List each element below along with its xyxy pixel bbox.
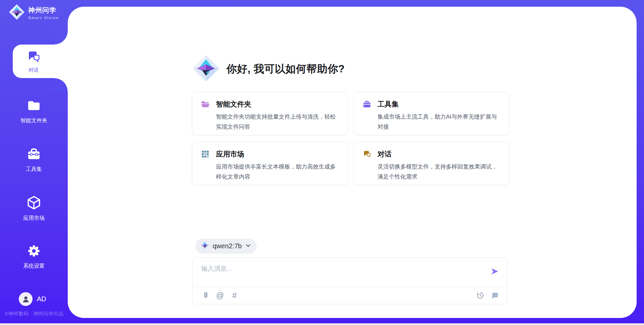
model-logo-icon: [200, 241, 209, 251]
sidebar: 神州问学 Smart Vision 对话 智能文件夹: [0, 0, 68, 325]
feedback-bubble-icon[interactable]: [490, 291, 499, 300]
card-app-market[interactable]: 应用市场 应用市场提供丰富长文本模板，助力高效生成多样化文章内容: [192, 142, 348, 185]
greeting-block: 你好, 我可以如何帮助你?: [192, 55, 345, 83]
active-tab-fillet-bottom: [54, 78, 68, 91]
model-selector[interactable]: qwen2:7b: [196, 239, 257, 254]
user-initials: AD: [37, 295, 46, 303]
sidebar-item-apps[interactable]: 应用市场: [0, 195, 68, 222]
history-icon[interactable]: [476, 291, 485, 300]
card-toolset[interactable]: 工具集 集成市场上主流工具，助力AI与外界无缝扩展与对接: [354, 92, 509, 135]
sidebar-item-tools[interactable]: 工具集: [0, 147, 68, 173]
chevron-down-icon: [245, 243, 251, 250]
folder-open-icon: [201, 100, 210, 135]
card-title: 应用市场: [216, 149, 339, 159]
sidebar-item-chat-label: 对话: [29, 67, 39, 73]
card-title: 工具集: [378, 100, 501, 109]
assistant-logo-icon: [192, 55, 220, 83]
greeting-title: 你好, 我可以如何帮助你?: [226, 62, 345, 76]
attachment-icon[interactable]: [201, 291, 210, 300]
composer-toolbar: @ #: [201, 287, 499, 304]
sidebar-item-apps-label: 应用市场: [23, 215, 45, 222]
horizontal-scrollbar[interactable]: [0, 323, 644, 325]
active-tab-fillet-top: [54, 31, 68, 45]
card-smart-folder[interactable]: 智能文件夹 智能文件夹功能支持批量文件上传与清洗，轻松实现文件问答: [192, 92, 348, 135]
message-composer: @ #: [192, 257, 507, 304]
toolbox-icon: [363, 100, 371, 135]
cube-icon: [26, 195, 42, 212]
card-description: 应用市场提供丰富长文本模板，助力高效生成多样化文章内容: [216, 162, 339, 182]
brand-subtitle: Smart Vision: [28, 16, 59, 20]
gear-icon: [26, 244, 41, 260]
mention-icon[interactable]: @: [216, 291, 224, 300]
sidebar-item-settings-label: 系统设置: [23, 263, 45, 270]
chat-bubbles-icon: [363, 150, 371, 185]
card-description: 集成市场上主流工具，助力AI与外界无缝扩展与对接: [378, 112, 501, 132]
feature-cards: 智能文件夹 智能文件夹功能支持批量文件上传与清洗，轻松实现文件问答 工具集 集成…: [192, 92, 509, 185]
card-title: 对话: [378, 149, 501, 159]
sidebar-item-folders-label: 智能文件夹: [20, 117, 47, 124]
grid-icon: [201, 150, 210, 185]
avatar: [19, 292, 33, 306]
chat-bubbles-icon: [26, 50, 41, 65]
folder-icon: [26, 98, 41, 114]
hashtag-icon[interactable]: #: [230, 291, 239, 300]
send-icon[interactable]: [490, 267, 499, 276]
brand-logo-icon: [9, 4, 25, 21]
card-chat[interactable]: 对话 灵活切换多模型文件，支持多样回复效果调试，满足个性化需求: [354, 142, 509, 185]
sidebar-footer: ©神州数码 · 神州问学出品: [5, 311, 68, 317]
card-title: 智能文件夹: [216, 100, 339, 109]
brand-name: 神州问学: [28, 6, 59, 15]
sidebar-item-settings[interactable]: 系统设置: [0, 244, 68, 270]
model-name: qwen2:7b: [213, 242, 242, 250]
sidebar-item-folders[interactable]: 智能文件夹: [0, 98, 68, 124]
message-input[interactable]: [193, 258, 507, 286]
card-description: 灵活切换多模型文件，支持多样回复效果调试，满足个性化需求: [378, 162, 501, 182]
card-description: 智能文件夹功能支持批量文件上传与清洗，轻松实现文件问答: [216, 112, 339, 132]
user-profile[interactable]: AD: [19, 292, 46, 306]
sidebar-item-tools-label: 工具集: [26, 166, 42, 173]
sidebar-item-chat[interactable]: 对话: [13, 45, 69, 78]
brand: 神州问学 Smart Vision: [9, 4, 59, 21]
toolbox-icon: [26, 147, 41, 163]
